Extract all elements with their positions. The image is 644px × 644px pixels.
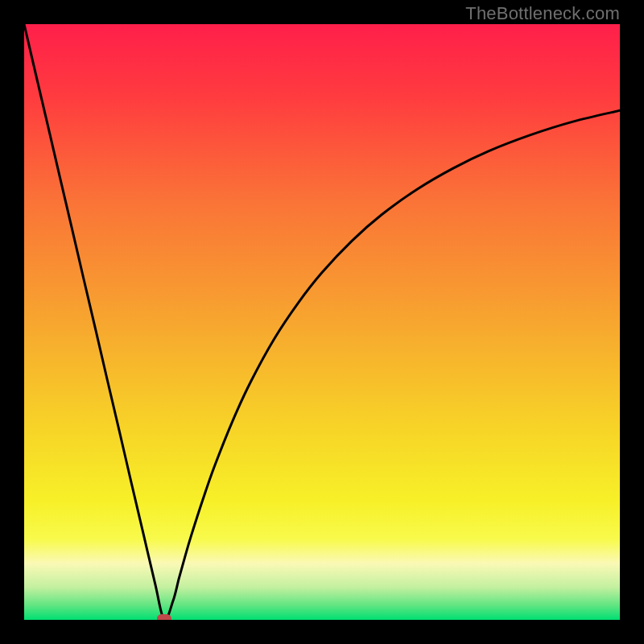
plot-area (24, 24, 620, 620)
chart-frame: TheBottleneck.com (0, 0, 644, 644)
curve-layer (24, 24, 620, 620)
minimum-marker (157, 614, 171, 620)
watermark-label: TheBottleneck.com (465, 3, 620, 24)
bottleneck-curve (24, 24, 620, 620)
